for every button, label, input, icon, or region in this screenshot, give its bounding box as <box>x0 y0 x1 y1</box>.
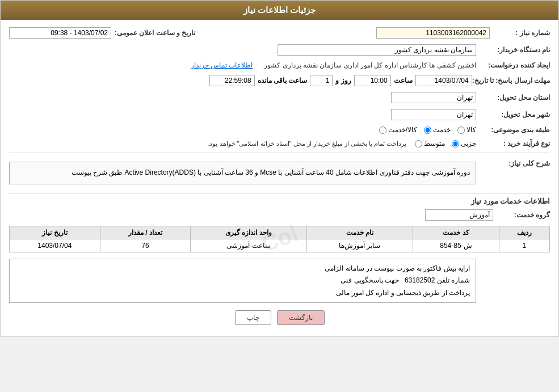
buyer-notes-row: ارایه پیش فاکتور به صورت پیوست در سامانه… <box>9 257 550 305</box>
category-row: طبقه بندی موضوعی: کالا خدمت کالا/خدمت <box>9 124 550 136</box>
deadline-remaining-label: ساعت باقی مانده <box>258 77 308 85</box>
province-row: استان محل تحویل: <box>9 90 550 105</box>
service-group-input[interactable] <box>425 209 493 221</box>
main-container: جزئیات اطلاعات نیاز شماره نیاز : تاریخ و… <box>0 0 559 337</box>
announce-date-input[interactable] <box>9 27 111 39</box>
city-row: شهر محل تحویل: <box>9 107 550 122</box>
radio-kala-khadamat-label: کالا/خدمت <box>388 126 417 134</box>
col-code: کد خدمت <box>413 226 499 239</box>
cell-date: 1403/07/04 <box>10 239 100 252</box>
table-body: 1 ش-85-854 سایر آموزش‌ها ساعت آموزشی 76 … <box>10 239 550 252</box>
need-number-input[interactable] <box>376 27 490 39</box>
buyer-notes-text: ارایه پیش فاکتور به صورت پیوست در سامانه… <box>15 263 470 300</box>
deadline-time-label: ساعت <box>394 77 413 85</box>
deadline-row: مهلت ارسال پاسخ: تا تاریخ: ساعت روز و سا… <box>9 73 550 88</box>
process-radio-group: جزیی متوسط <box>415 140 476 147</box>
buyer-notes-box: ارایه پیش فاکتور به صورت پیوست در سامانه… <box>9 259 476 304</box>
col-count: تعداد / مقدار <box>100 226 191 239</box>
radio-kala-khadamat-input[interactable] <box>379 127 386 134</box>
creator-row: ایجاد کننده درخواست: افشین کشفی ها کارشن… <box>9 60 550 71</box>
category-label: طبقه بندی موضوعی: <box>476 126 550 134</box>
cell-name: سایر آموزش‌ها <box>306 239 413 252</box>
deadline-day-label: روز و <box>335 77 351 85</box>
cell-row: 1 <box>499 239 549 252</box>
col-date: تاریخ نیاز <box>10 226 100 239</box>
services-table: ردیف کد خدمت نام خدمت واحد اندازه گیری ت… <box>9 226 550 252</box>
divider-2 <box>9 193 550 193</box>
category-radio-group: کالا خدمت کالا/خدمت <box>379 126 476 134</box>
radio-kala-input[interactable] <box>457 127 465 134</box>
table-header-row: ردیف کد خدمت نام خدمت واحد اندازه گیری ت… <box>10 226 550 239</box>
radio-jozyi: جزیی <box>452 140 476 147</box>
description-row: شرح کلی نیاز: دوره آموزشی جهت دفتر فناور… <box>9 157 550 189</box>
province-label: استان محل تحویل: <box>476 94 550 102</box>
cell-code: ش-85-854 <box>413 239 499 252</box>
process-note: پرداخت تمام یا بخشی از مبلغ خریدار از مح… <box>208 140 406 147</box>
description-content: دوره آموزشی جهت دفتر فناوری اطلاعات شامل… <box>9 158 476 188</box>
col-unit: واحد اندازه گیری <box>191 226 306 239</box>
table-row: 1 ش-85-854 سایر آموزش‌ها ساعت آموزشی 76 … <box>10 239 550 252</box>
page-header: جزئیات اطلاعات نیاز <box>1 1 558 20</box>
creator-label: ایجاد کننده درخواست: <box>476 61 550 69</box>
cell-count: 76 <box>100 239 191 252</box>
radio-motavaset-input[interactable] <box>415 140 422 147</box>
creator-link[interactable]: اطلاعات تماس خریدار <box>191 61 253 69</box>
deadline-remaining-input[interactable] <box>209 75 255 86</box>
need-number-row: شماره نیاز : تاریخ و ساعت اعلان عمومی: <box>9 26 550 40</box>
deadline-date-input[interactable] <box>415 75 472 86</box>
buyer-org-row: نام دستگاه خریدار: <box>9 43 550 57</box>
page-title: جزئیات اطلاعات نیاز <box>243 5 316 15</box>
process-label: نوع فرآیند خرید : <box>476 140 550 147</box>
services-section-title: اطلاعات خدمات مورد نیاز <box>9 197 550 205</box>
description-box: دوره آموزشی جهت دفتر فناوری اطلاعات شامل… <box>9 162 476 184</box>
back-button[interactable]: بازگشت <box>277 310 325 325</box>
divider-1 <box>9 153 550 153</box>
description-label: شرح کلی نیاز: <box>476 158 550 167</box>
description-text: دوره آموزشی جهت دفتر فناوری اطلاعات شامل… <box>72 168 470 176</box>
deadline-label: مهلت ارسال پاسخ: تا تاریخ: <box>472 77 550 85</box>
radio-kala-label: کالا <box>466 126 476 134</box>
col-row: ردیف <box>499 226 549 239</box>
content-area: شماره نیاز : تاریخ و ساعت اعلان عمومی: ن… <box>1 20 558 336</box>
col-name: نام خدمت <box>306 226 413 239</box>
service-group-row: گروه خدمت: <box>9 208 550 222</box>
creator-value: افشین کشفی ها کارشناس اداره کل امور ادار… <box>264 61 476 69</box>
radio-khadamat-input[interactable] <box>424 127 431 134</box>
radio-motavaset-label: متوسط <box>424 140 445 147</box>
radio-khadamat-label: خدمت <box>433 126 451 134</box>
province-input[interactable] <box>391 92 476 103</box>
city-label: شهر محل تحویل: <box>476 111 550 119</box>
buyer-org-label: نام دستگاه خریدار: <box>476 46 550 54</box>
table-header: ردیف کد خدمت نام خدمت واحد اندازه گیری ت… <box>10 226 550 239</box>
buyer-notes-label <box>476 259 550 260</box>
table-area: Col ردیف کد خدمت نام خدمت واحد اندازه گی… <box>9 226 550 252</box>
buyer-org-input[interactable] <box>278 44 476 56</box>
radio-jozyi-label: جزیی <box>461 140 476 147</box>
radio-kala-khadamat: کالا/خدمت <box>379 126 417 134</box>
need-number-label: شماره نیاز : <box>493 29 550 37</box>
service-group-label: گروه خدمت: <box>493 211 550 219</box>
radio-khadamat: خدمت <box>424 126 451 134</box>
deadline-time-input[interactable] <box>354 75 391 86</box>
deadline-days-input[interactable] <box>310 75 333 86</box>
radio-motavaset: متوسط <box>415 140 445 147</box>
announce-date-label: تاریخ و ساعت اعلان عمومی: <box>115 29 195 37</box>
city-input[interactable] <box>391 109 476 120</box>
button-row: بازگشت چاپ <box>9 305 550 331</box>
process-row: نوع فرآیند خرید : جزیی متوسط پرداخت تمام… <box>9 138 550 149</box>
radio-jozyi-input[interactable] <box>452 140 459 147</box>
radio-kala: کالا <box>457 126 476 134</box>
print-button[interactable]: چاپ <box>235 310 271 325</box>
cell-unit: ساعت آموزشی <box>191 239 306 252</box>
